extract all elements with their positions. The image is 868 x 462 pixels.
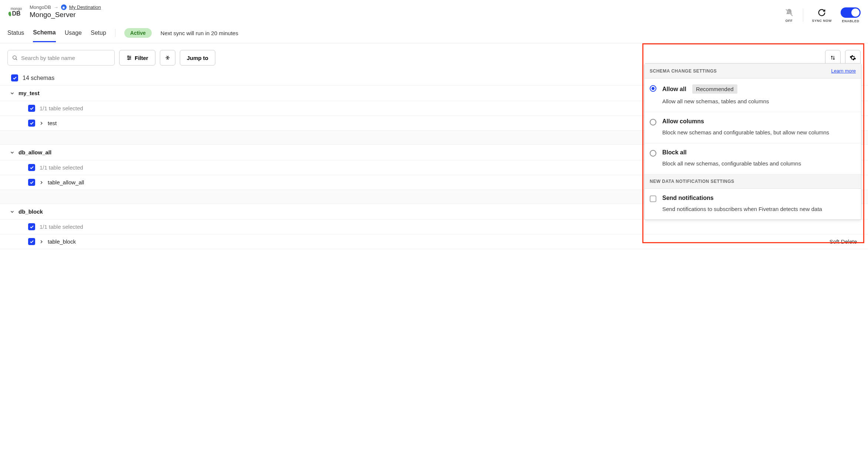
filter-label: Filter <box>135 55 148 61</box>
enabled-label: ENABLED <box>842 19 859 23</box>
option-desc: Send notifications to subscribers when F… <box>662 205 856 213</box>
checkbox[interactable] <box>28 120 35 127</box>
enabled-toggle[interactable] <box>841 7 861 18</box>
refresh-icon <box>817 8 827 17</box>
connector-title: Mongo_Server <box>30 11 101 19</box>
tab-status[interactable]: Status <box>7 30 24 41</box>
jump-to-label: Jump to <box>187 55 208 61</box>
checkbox-all[interactable] <box>11 74 18 81</box>
recommended-badge: Recommended <box>692 84 737 94</box>
option-block-all[interactable]: Block all Block all new schemas, configu… <box>645 143 861 174</box>
sync-now-label: SYNC NOW <box>812 19 832 23</box>
table-count-text: 1/1 table selected <box>40 224 83 230</box>
sync-now-block[interactable]: SYNC NOW <box>812 8 832 23</box>
table-count-row: 1/1 table selected <box>0 220 868 234</box>
breadcrumb-source[interactable]: MongoDB <box>30 4 51 10</box>
svg-point-0 <box>13 56 16 59</box>
enabled-toggle-block[interactable]: ENABLED <box>841 7 861 23</box>
breadcrumb-area: MongoDB → ◉ My Destination Mongo_Server <box>30 4 101 19</box>
divider <box>115 29 115 37</box>
table-row[interactable]: table_block Soft Delete <box>0 234 868 249</box>
page-header: mongo DB MongoDB → ◉ My Destination Mong… <box>0 0 868 23</box>
chevron-down-icon <box>10 150 15 155</box>
content-wrap: Filter Jump to 14 schemas my_test <box>0 43 868 249</box>
table-name: table_block <box>48 238 76 245</box>
svg-point-1 <box>128 56 129 57</box>
soft-delete-label: Soft Delete <box>830 238 857 245</box>
tab-schema[interactable]: Schema <box>33 29 55 42</box>
chevron-right-icon <box>39 239 44 244</box>
option-desc: Block all new schemas, configurable tabl… <box>662 160 856 167</box>
header-right: OFF SYNC NOW ENABLED <box>784 4 861 23</box>
learn-more-link[interactable]: Learn more <box>831 68 856 74</box>
collapse-button[interactable] <box>160 50 175 66</box>
table-name: test <box>48 120 57 126</box>
collapse-icon <box>165 55 171 61</box>
option-desc: Block new schemas and configurable table… <box>662 128 856 136</box>
schema-name: db_allow_all <box>18 149 51 155</box>
chevron-right-icon <box>39 180 44 185</box>
option-send-notifications[interactable]: Send notifications Send notifications to… <box>645 189 861 220</box>
breadcrumb-destination[interactable]: My Destination <box>69 4 101 10</box>
section-title: SCHEMA CHANGE SETTINGS <box>650 68 717 74</box>
destination-icon: ◉ <box>61 4 67 10</box>
jump-to-button[interactable]: Jump to <box>180 50 215 66</box>
notifications-off-block[interactable]: OFF <box>784 8 794 23</box>
off-label: OFF <box>785 19 793 23</box>
schema-settings-panel: SCHEMA CHANGE SETTINGS Learn more Allow … <box>644 63 861 220</box>
radio-allow-all[interactable] <box>650 85 656 92</box>
chevron-down-icon <box>10 209 15 214</box>
sort-icon <box>830 55 836 61</box>
header-left: mongo DB MongoDB → ◉ My Destination Mong… <box>7 4 101 19</box>
sliders-icon <box>126 55 132 61</box>
panel-section-header: SCHEMA CHANGE SETTINGS Learn more <box>645 64 861 78</box>
checkbox[interactable] <box>28 179 35 186</box>
option-title: Send notifications <box>662 195 714 201</box>
option-title: Allow all <box>662 86 686 93</box>
schema-name: db_block <box>18 208 43 215</box>
search-icon <box>12 55 18 61</box>
option-allow-columns[interactable]: Allow columns Block new schemas and conf… <box>645 112 861 143</box>
option-title: Block all <box>662 149 687 156</box>
tab-setup[interactable]: Setup <box>91 30 106 41</box>
checkbox[interactable] <box>28 164 35 171</box>
all-schemas-label: 14 schemas <box>23 75 54 81</box>
panel-section-header-2: NEW DATA NOTIFICATION SETTINGS <box>645 174 861 189</box>
schema-name: my_test <box>18 90 40 96</box>
checkbox[interactable] <box>28 238 35 245</box>
bell-off-icon <box>784 8 794 17</box>
tab-usage[interactable]: Usage <box>65 30 82 41</box>
checkbox[interactable] <box>28 223 35 230</box>
svg-point-2 <box>129 57 131 58</box>
chevron-down-icon <box>10 91 15 96</box>
tabs-row: Status Schema Usage Setup Active Next sy… <box>0 23 868 43</box>
search-box <box>7 50 115 66</box>
svg-point-3 <box>128 59 129 60</box>
table-count-text: 1/1 table selected <box>40 164 83 171</box>
checkbox-notifications[interactable] <box>650 195 656 202</box>
breadcrumb: MongoDB → ◉ My Destination <box>30 4 101 10</box>
option-allow-all[interactable]: Allow all Recommended Allow all new sche… <box>645 78 861 112</box>
chevron-right-icon <box>39 121 44 126</box>
radio-allow-columns[interactable] <box>650 119 656 125</box>
status-badge: Active <box>124 28 152 38</box>
option-desc: Allow all new schemas, tables and column… <box>662 97 856 105</box>
filter-button[interactable]: Filter <box>119 50 155 66</box>
divider <box>803 9 803 22</box>
checkbox[interactable] <box>28 105 35 112</box>
section-title: NEW DATA NOTIFICATION SETTINGS <box>650 179 734 184</box>
mongodb-logo: mongo DB <box>7 4 25 19</box>
arrow-right-icon: → <box>54 4 58 10</box>
radio-block-all[interactable] <box>650 150 656 157</box>
next-sync-text: Next sync will run in 20 minutes <box>161 30 238 36</box>
option-title: Allow columns <box>662 118 704 125</box>
table-name: table_allow_all <box>48 179 84 185</box>
gear-icon <box>850 54 856 61</box>
search-input[interactable] <box>7 50 115 66</box>
table-count-text: 1/1 table selected <box>40 105 83 111</box>
